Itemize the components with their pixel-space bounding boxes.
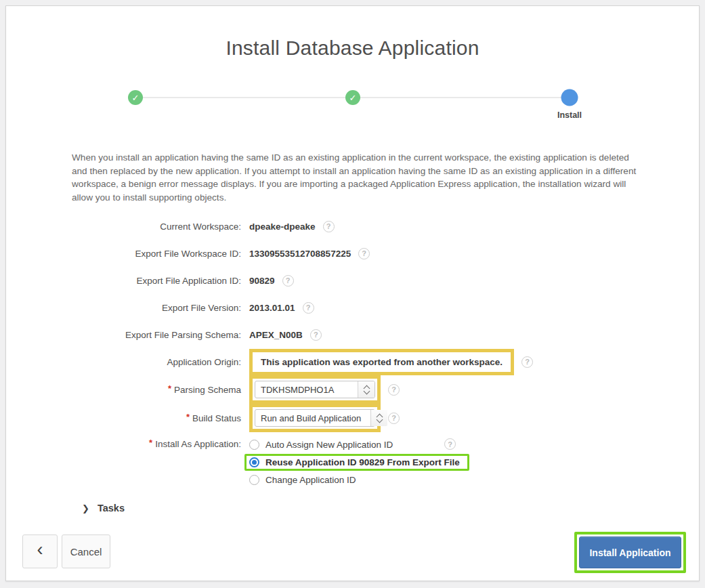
- field-label: Export File Application ID:: [6, 276, 241, 286]
- radio-option-label[interactable]: Reuse Application ID 90829 From Export F…: [265, 457, 460, 467]
- form-row-application-origin: Application Origin: This application was…: [6, 348, 699, 375]
- check-icon: ✓: [349, 93, 357, 102]
- radio-button[interactable]: [249, 440, 259, 450]
- field-label: *Parsing Schema: [6, 385, 241, 395]
- field-label: Application Origin:: [6, 357, 241, 367]
- reuse-option-highlight: Reuse Application ID 90829 From Export F…: [244, 454, 469, 471]
- intro-text: When you install an application having t…: [72, 151, 639, 204]
- wizard-progress: ✓ ✓ Install: [6, 60, 699, 121]
- select-up-down-icon: [358, 381, 375, 398]
- field-label: Current Workspace:: [6, 222, 241, 232]
- tasks-label: Tasks: [98, 503, 125, 513]
- field-value: 2013.01.01: [249, 303, 295, 313]
- step-1-complete-icon: ✓: [128, 90, 143, 105]
- radio-option-auto-assign[interactable]: Auto Assign New Application ID: [249, 436, 469, 453]
- tasks-collapsible[interactable]: ❯ Tasks: [82, 503, 699, 513]
- cancel-button[interactable]: Cancel: [62, 534, 110, 568]
- install-form: Current Workspace: dpeake-dpeake ? Expor…: [6, 213, 699, 488]
- form-row-build-status: *Build Status Run and Build Application …: [6, 404, 699, 432]
- parsing-schema-select[interactable]: TDKHSMDPHO1A: [255, 381, 375, 398]
- form-row-export-parsing-schema: Export File Parsing Schema: APEX_N00B ?: [6, 321, 699, 348]
- required-asterisk: *: [149, 438, 152, 448]
- field-value: 13309553512708857225: [249, 249, 351, 259]
- chevron-left-icon: ‹: [37, 539, 43, 560]
- field-value: APEX_N00B: [249, 330, 303, 340]
- required-asterisk: *: [186, 412, 190, 422]
- step-2-complete-icon: ✓: [345, 90, 360, 105]
- required-asterisk: *: [168, 383, 171, 394]
- build-status-selected-value: Run and Build Application: [255, 410, 370, 426]
- build-status-highlight: Run and Build Application: [249, 404, 381, 432]
- help-icon[interactable]: ?: [282, 275, 294, 287]
- build-status-select[interactable]: Run and Build Application: [255, 409, 375, 427]
- chevron-right-icon: ❯: [82, 503, 89, 513]
- form-row-parsing-schema: *Parsing Schema TDKHSMDPHO1A ?: [6, 375, 699, 404]
- select-up-down-icon: [370, 410, 387, 426]
- back-button[interactable]: ‹: [22, 534, 58, 568]
- form-row-export-application-id: Export File Application ID: 90829 ?: [6, 267, 699, 294]
- field-value: 90829: [249, 276, 275, 286]
- install-as-radio-group: Auto Assign New Application ID Reuse App…: [249, 436, 469, 488]
- radio-option-change-id[interactable]: Change Application ID: [249, 471, 469, 488]
- help-icon[interactable]: ?: [323, 221, 335, 232]
- radio-option-label[interactable]: Auto Assign New Application ID: [265, 440, 393, 450]
- step-3-current-icon: [561, 89, 578, 106]
- help-icon[interactable]: ?: [388, 384, 400, 396]
- help-icon[interactable]: ?: [521, 356, 533, 368]
- parsing-schema-label: Parsing Schema: [174, 385, 241, 395]
- field-value: dpeake-dpeake: [249, 222, 316, 232]
- radio-button[interactable]: [249, 475, 259, 485]
- field-label: Export File Workspace ID:: [6, 249, 241, 259]
- field-label: *Install As Application:: [6, 436, 241, 449]
- install-application-button[interactable]: Install Application: [579, 537, 681, 568]
- parsing-schema-highlight: TDKHSMDPHO1A: [249, 375, 381, 404]
- field-label: Export File Version:: [6, 303, 241, 313]
- check-icon: ✓: [132, 93, 140, 102]
- help-icon[interactable]: ?: [358, 248, 370, 259]
- form-row-export-workspace-id: Export File Workspace ID: 13309553512708…: [6, 240, 699, 267]
- radio-option-label[interactable]: Change Application ID: [265, 475, 356, 485]
- help-icon[interactable]: ?: [388, 413, 400, 424]
- wizard-card: Install Database Application ✓ ✓ Install…: [5, 5, 700, 581]
- parsing-schema-selected-value: TDKHSMDPHO1A: [255, 381, 358, 398]
- build-status-label: Build Status: [192, 413, 241, 423]
- form-row-current-workspace: Current Workspace: dpeake-dpeake ?: [6, 213, 699, 240]
- form-row-install-as: *Install As Application: Auto Assign New…: [6, 436, 699, 488]
- radio-button-selected[interactable]: [249, 457, 259, 467]
- install-button-highlight: Install Application: [574, 532, 686, 573]
- step-install-label: Install: [557, 110, 582, 120]
- field-label: *Build Status: [6, 413, 241, 423]
- help-icon[interactable]: ?: [303, 302, 314, 314]
- radio-option-reuse-id[interactable]: Reuse Application ID 90829 From Export F…: [249, 453, 469, 471]
- application-origin-value: This application was exported from anoth…: [255, 354, 509, 370]
- field-label: Export File Parsing Schema:: [6, 330, 241, 340]
- help-icon[interactable]: ?: [310, 329, 322, 341]
- application-origin-highlight: This application was exported from anoth…: [249, 349, 514, 375]
- install-as-label: Install As Application:: [155, 439, 241, 449]
- form-row-export-file-version: Export File Version: 2013.01.01 ?: [6, 294, 699, 321]
- page-title: Install Database Application: [6, 36, 699, 60]
